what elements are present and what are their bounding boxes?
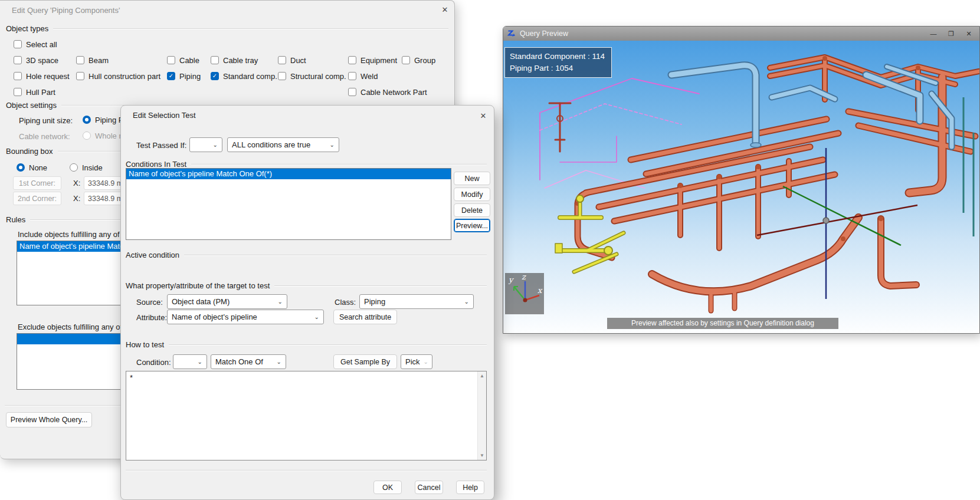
radio-bbox-inside[interactable]: Inside: [70, 163, 103, 172]
get-sample-by-button[interactable]: Get Sample By: [333, 354, 397, 369]
checkbox-box: ✓: [167, 72, 175, 80]
preview-whole-query-button[interactable]: Preview Whole Query...: [6, 412, 92, 427]
checkbox-equipment[interactable]: ✓ Equipment: [348, 55, 397, 65]
query-preview-titlebar[interactable]: Query Preview — ❐ ✕: [503, 27, 979, 41]
checkbox-box: ✓: [14, 56, 22, 64]
checkbox-label: Select all: [26, 40, 57, 49]
maximize-icon[interactable]: ❐: [943, 28, 959, 40]
condition-operator-select[interactable]: Match One Of ⌄: [211, 354, 286, 369]
minimize-icon[interactable]: —: [925, 28, 942, 40]
chevron-down-icon: ⌄: [461, 298, 469, 305]
vertical-scrollbar[interactable]: ▲ ▼: [477, 371, 486, 460]
checkbox-box: ✓: [348, 88, 356, 96]
checkbox-box: ✓: [14, 88, 22, 96]
checkbox-weld[interactable]: ✓ Weld: [348, 71, 378, 81]
window-controls: — ❐ ✕: [925, 28, 977, 40]
select-value: ALL conditions are true: [232, 140, 310, 149]
corner2-x-label: X:: [73, 194, 80, 203]
radio-circle: [17, 163, 25, 172]
close-icon[interactable]: ✕: [961, 28, 977, 40]
close-icon[interactable]: ✕: [477, 110, 489, 121]
radio-bbox-none[interactable]: None: [17, 163, 47, 172]
checkbox-cable-tray[interactable]: ✓ Cable tray: [211, 55, 258, 65]
checkbox-piping[interactable]: ✓ Piping: [167, 71, 201, 81]
checkbox-structural-comp[interactable]: ✓ Structural comp.: [278, 71, 346, 81]
first-corner-button: 1st Corner:: [13, 176, 61, 190]
checkbox-standard-comp[interactable]: ✓ Standard comp.: [211, 71, 277, 81]
checkbox-select-all[interactable]: ✓ Select all: [14, 40, 57, 49]
radio-label: None: [29, 163, 47, 172]
axis-z-label: z: [522, 273, 526, 281]
scroll-down-icon[interactable]: ▼: [480, 453, 484, 458]
chevron-down-icon: ⌄: [209, 142, 218, 148]
attribute-label: Attribute:: [136, 313, 167, 322]
help-button[interactable]: Help: [456, 481, 484, 494]
axis-x-label: x: [537, 286, 543, 295]
checkbox-label: Standard comp.: [223, 72, 277, 81]
search-attribute-button[interactable]: Search attribute: [333, 310, 397, 324]
checkbox-cable[interactable]: ✓ Cable: [167, 55, 199, 65]
active-condition-group: Active condition: [126, 251, 487, 259]
source-label: Source:: [136, 298, 163, 307]
delete-button[interactable]: Delete: [454, 203, 490, 217]
checkbox-cable-network-part[interactable]: ✓ Cable Network Part: [348, 87, 427, 97]
checkbox-label: Cable Network Part: [360, 88, 427, 97]
checkbox-beam[interactable]: ✓ Beam: [76, 55, 109, 65]
select-value: Pick: [405, 357, 420, 366]
query-preview-window: Query Preview — ❐ ✕: [503, 26, 980, 334]
source-select[interactable]: Object data (PM) ⌄: [167, 294, 287, 309]
cancel-button[interactable]: Cancel: [415, 481, 443, 494]
conditions-list[interactable]: Name of object's pipeline Match One Of(*…: [126, 168, 451, 240]
chevron-down-icon: ⌄: [420, 358, 428, 365]
preview-button[interactable]: Preview...: [454, 219, 490, 232]
chevron-down-icon: ⌄: [326, 142, 335, 148]
checkbox-box: ✓: [76, 72, 84, 80]
radio-circle: [70, 163, 78, 172]
condition-list-item[interactable]: Name of object's pipeline Match One Of(*…: [126, 169, 451, 179]
checkbox-box: ✓: [348, 72, 356, 80]
checkbox-hull-construction-part[interactable]: ✓ Hull construction part: [76, 71, 160, 81]
chevron-down-icon: ⌄: [311, 314, 319, 320]
checkbox-box: ✓: [167, 56, 175, 64]
ok-button[interactable]: OK: [373, 481, 402, 494]
checkbox-label: 3D space: [26, 56, 58, 65]
selection-count-overlay: Standard Component : 114 Piping Part : 1…: [504, 47, 612, 78]
checkbox-box: ✓: [402, 56, 410, 64]
checkbox-label: Duct: [290, 56, 306, 65]
checkbox-box: ✓: [348, 56, 356, 64]
preview-footnote: Preview affected also by settings in Que…: [607, 318, 838, 329]
pick-select[interactable]: Pick ⌄: [401, 354, 432, 369]
test-passed-count-select[interactable]: ⌄: [189, 137, 222, 152]
close-icon[interactable]: ✕: [439, 4, 451, 15]
scroll-up-icon[interactable]: ▲: [480, 373, 484, 379]
group-divider: [53, 28, 448, 29]
new-button[interactable]: New: [454, 172, 490, 185]
corner1-x-label: X:: [73, 179, 80, 188]
modify-button[interactable]: Modify: [454, 188, 490, 201]
dialog-separator: [126, 470, 487, 471]
checkbox-hull-part[interactable]: ✓ Hull Part: [14, 87, 55, 97]
test-passed-mode-select[interactable]: ALL conditions are true ⌄: [227, 137, 339, 152]
preview-3d-viewport[interactable]: Standard Component : 114 Piping Part : 1…: [503, 41, 979, 333]
class-select[interactable]: Piping ⌄: [359, 294, 474, 309]
attribute-select[interactable]: Name of object's pipeline ⌄: [167, 310, 324, 324]
checkbox-box: ✓: [76, 56, 84, 64]
conditions-group-label: Conditions In Test: [126, 160, 186, 169]
checkbox-duct[interactable]: ✓ Duct: [278, 55, 306, 65]
property-group-label: What property/attribute of the target to…: [126, 281, 270, 290]
conditions-group: Conditions In Test: [126, 160, 487, 169]
active-condition-label: Active condition: [126, 251, 179, 259]
match-values-textarea[interactable]: * ▲ ▼: [126, 371, 487, 460]
checkbox-3d-space[interactable]: ✓ 3D space: [14, 55, 58, 65]
query-preview-title: Query Preview: [520, 29, 922, 38]
property-group: What property/attribute of the target to…: [126, 281, 487, 290]
condition-count-select[interactable]: ⌄: [173, 354, 207, 369]
group-divider: [184, 255, 487, 255]
piping-part-count: Piping Part : 1054: [510, 63, 607, 74]
radio-circle: [83, 131, 91, 140]
checkbox-label: Cable tray: [223, 56, 258, 65]
checkbox-hole-request[interactable]: ✓ Hole request: [14, 71, 70, 81]
select-value: Piping: [364, 297, 385, 306]
test-passed-if-label: Test Passed If:: [136, 141, 186, 150]
checkbox-group[interactable]: ✓ Group: [402, 55, 435, 65]
